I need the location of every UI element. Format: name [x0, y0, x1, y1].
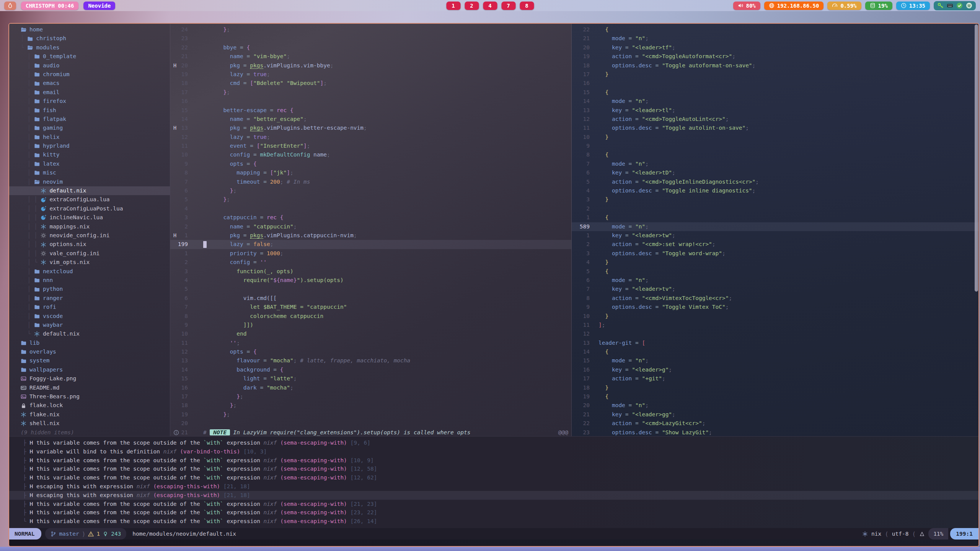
- tree-item-README.md[interactable]: README.md: [9, 383, 170, 392]
- tree-item-misc[interactable]: │ misc: [9, 168, 170, 177]
- code-line[interactable]: 15 {: [572, 88, 978, 97]
- code-line[interactable]: 21 key = "<leader>gg";: [572, 410, 978, 419]
- tree-item-extraConfigLua.lua[interactable]: │ │ extraConfigLua.lua: [9, 195, 170, 204]
- code-line[interactable]: 22 {: [572, 25, 978, 34]
- check-tray-icon[interactable]: [956, 2, 963, 9]
- tree-item-default.nix[interactable]: └ default.nix: [9, 329, 170, 338]
- code-line[interactable]: 5 action = "<cmd>ToggleInlineDiagnostics…: [572, 178, 978, 186]
- code-line[interactable]: 12 action = "<cmd>ToggleAutoLint<cr>";: [572, 115, 978, 124]
- tree-item-default.nix[interactable]: │ │ default.nix: [9, 186, 170, 195]
- code-line[interactable]: 8 action = "<cmd>VimtexTocToggle<cr>";: [572, 294, 978, 303]
- code-line[interactable]: 17 };: [170, 88, 571, 97]
- code-line[interactable]: 19 {: [572, 392, 978, 401]
- tree-item-kitty[interactable]: │ kitty: [9, 150, 170, 159]
- volume-module[interactable]: 80%: [733, 2, 760, 10]
- code-line[interactable]: 2: [572, 204, 978, 213]
- code-line[interactable]: 7 key = "<leader>tv";: [572, 285, 978, 293]
- tree-item-overlays[interactable]: overlays: [9, 347, 170, 356]
- code-line[interactable]: 3 catppuccin = rec {: [170, 213, 571, 222]
- code-line-current[interactable]: 589 mode = "n";: [572, 222, 978, 231]
- tree-item-mappings.nix[interactable]: │ │ mappings.nix: [9, 222, 170, 231]
- diagnostic-row[interactable]: ├ H this variable comes from the scope o…: [9, 508, 978, 517]
- diagnostic-row[interactable]: ├ H this variable comes from the scope o…: [9, 500, 978, 509]
- tree-item-waybar[interactable]: │ waybar: [9, 321, 170, 329]
- code-line[interactable]: 18 options.desc = "Toggle autoformat-on-…: [572, 61, 978, 70]
- code-line[interactable]: 2 action = "<cmd>:set wrap!<cr>";: [572, 240, 978, 249]
- code-line[interactable]: 13leader-git = [: [572, 339, 978, 347]
- tree-item-chromium[interactable]: │ chromium: [9, 70, 170, 79]
- code-line[interactable]: 11 '';: [170, 339, 571, 347]
- code-line[interactable]: 8 {: [572, 150, 978, 159]
- code-line[interactable]: 15 better-escape = rec {: [170, 106, 571, 115]
- tree-item-Three-Bears.png[interactable]: Three-Bears.png: [9, 392, 170, 401]
- clock-module[interactable]: 13:35: [896, 2, 930, 10]
- diagnostic-row[interactable]: ├ H variable will bind to this definitio…: [9, 447, 978, 456]
- tree-item-flatpak[interactable]: │ flatpak: [9, 115, 170, 124]
- tree-item-extraConfigLuaPost.lua[interactable]: │ │ extraConfigLuaPost.lua: [9, 204, 170, 213]
- code-line[interactable]: 12 opts = {: [170, 347, 571, 356]
- scrollbar-thumb[interactable]: [975, 24, 978, 292]
- code-line[interactable]: 16 dark = "mocha";: [170, 383, 571, 392]
- code-line[interactable]: 19 };: [170, 410, 571, 419]
- code-line[interactable]: 15 light = "latte";: [170, 374, 571, 383]
- code-line[interactable]: 19 lazy = true;: [170, 70, 571, 79]
- code-line[interactable]: 3 options.desc = "Toggle word-wrap";: [572, 249, 978, 258]
- tree-item-wallpapers[interactable]: wallpapers: [9, 365, 170, 374]
- diagnostic-row[interactable]: ├ H this variable comes from the scope o…: [9, 465, 978, 473]
- tree-item-emacs[interactable]: │ emacs: [9, 79, 170, 88]
- code-line[interactable]: 17 };: [170, 392, 571, 401]
- tree-item-flake.nix[interactable]: flake.nix: [9, 410, 170, 419]
- code-line[interactable]: 6 vim.cmd([[: [170, 294, 571, 303]
- code-line[interactable]: 4 options.desc = "Toggle inline diagnost…: [572, 186, 978, 195]
- code-line[interactable]: 11];: [572, 321, 978, 329]
- tree-item-hyprland[interactable]: │ hyprland: [9, 142, 170, 150]
- code-line[interactable]: 7 timeout = 200; # In ms: [170, 178, 571, 186]
- code-line[interactable]: 17 }: [572, 70, 978, 79]
- command-line[interactable]: [9, 540, 978, 546]
- tree-item-email[interactable]: │ email: [9, 88, 170, 97]
- workspace-button-1[interactable]: 1: [446, 2, 460, 10]
- tree-item-nextcloud[interactable]: │ nextcloud: [9, 267, 170, 276]
- tree-item-system[interactable]: system: [9, 356, 170, 365]
- code-line[interactable]: 5 };: [170, 195, 571, 204]
- code-line-current[interactable]: 199 lazy = false;: [170, 240, 571, 249]
- code-line[interactable]: 4 }: [572, 258, 978, 267]
- code-line[interactable]: 3 function(_, opts): [170, 267, 571, 276]
- code-line[interactable]: 22 bbye = {: [170, 43, 571, 52]
- editor-pane-main[interactable]: 24 };2322 bbye = {21 name = "vim-bbye";H…: [170, 24, 572, 436]
- tree-item-rofi[interactable]: │ rofi: [9, 303, 170, 311]
- tree-item-vscode[interactable]: │ vscode: [9, 312, 170, 321]
- memory-module[interactable]: 19%: [865, 2, 892, 10]
- code-line[interactable]: 19 action = "<cmd>ToggleAutoformat<cr>";: [572, 52, 978, 61]
- tree-item-0_template[interactable]: │ 0_template: [9, 52, 170, 61]
- code-line[interactable]: 20 mode = "n";: [572, 401, 978, 410]
- code-line[interactable]: 23: [170, 34, 571, 43]
- tree-item-christoph[interactable]: │ christoph: [9, 34, 170, 43]
- code-line[interactable]: 18 }: [572, 383, 978, 392]
- code-line[interactable]: 3 }: [572, 195, 978, 204]
- code-line[interactable]: 8 colorscheme catppuccin: [170, 312, 571, 321]
- code-line[interactable]: 7 let $BAT_THEME = "catppuccin": [170, 303, 571, 311]
- code-line[interactable]: 1 key = "<leader>tw";: [572, 231, 978, 240]
- tree-item-fish[interactable]: │ fish: [9, 106, 170, 115]
- code-line[interactable]: H13 pkg = pkgs.vimPlugins.better-escape-…: [170, 124, 571, 132]
- code-line[interactable]: 8 mapping = ["jk"];: [170, 168, 571, 177]
- code-line[interactable]: 10 config = mkDefaultConfig name;: [170, 150, 571, 159]
- workspace-button-8[interactable]: 8: [520, 2, 534, 10]
- code-line[interactable]: 1 priority = 1000;: [170, 249, 571, 258]
- code-line[interactable]: 18 };: [170, 401, 571, 410]
- tree-item-ranger[interactable]: │ ranger: [9, 294, 170, 303]
- code-line[interactable]: 11 event = ["InsertEnter"];: [170, 142, 571, 150]
- launcher-button[interactable]: [4, 2, 16, 10]
- workspace-button-7[interactable]: 7: [501, 2, 515, 10]
- code-line[interactable]: 21# NOTE In LazyVim require("clang_exten…: [170, 428, 571, 436]
- code-line[interactable]: 16: [572, 79, 978, 88]
- code-line[interactable]: 14 name = "better_escape";: [170, 115, 571, 124]
- git-segment[interactable]: master ) 1 243: [45, 528, 126, 540]
- code-line[interactable]: 21 mode = "n";: [572, 34, 978, 43]
- code-line[interactable]: 9: [572, 142, 978, 150]
- code-line[interactable]: 20: [170, 419, 571, 428]
- code-line[interactable]: 20 key = "<leader>tf";: [572, 43, 978, 52]
- code-line[interactable]: 18 cmd = ["Bdelete" "Bwipeout"];: [170, 79, 571, 88]
- code-line[interactable]: 17 action = "+git";: [572, 374, 978, 383]
